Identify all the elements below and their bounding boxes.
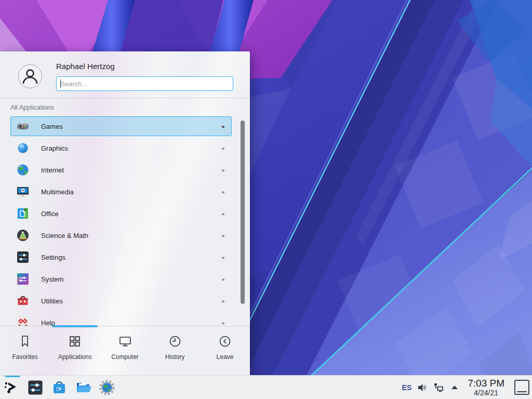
menu-category-row-help[interactable]: Help — [10, 313, 232, 326]
menu-category-row-office[interactable]: Office — [10, 204, 232, 223]
multimedia-icon — [16, 185, 30, 198]
menu-category-row-utilities[interactable]: Utilities — [10, 291, 232, 311]
active-tab-indicator — [52, 325, 98, 327]
expand-tray-icon[interactable] — [449, 382, 460, 393]
keyboard-layout-indicator[interactable]: ES — [402, 383, 412, 392]
system-icon — [16, 272, 30, 286]
web-browser-icon[interactable] — [99, 379, 115, 396]
submenu-arrow-icon — [222, 298, 225, 304]
applications-icon — [68, 334, 82, 349]
search-input[interactable] — [56, 76, 233, 91]
application-launcher-menu: Raphael Hertzog All Applications Games G… — [0, 51, 250, 375]
submenu-arrow-icon — [222, 232, 225, 239]
office-icon — [16, 207, 30, 220]
tab-computer[interactable]: Computer — [100, 326, 150, 376]
file-manager-icon[interactable] — [75, 379, 91, 396]
launcher-header: Raphael Hertzog — [0, 51, 250, 98]
volume-icon[interactable] — [417, 382, 428, 393]
tab-applications[interactable]: Applications — [50, 326, 100, 376]
submenu-arrow-icon — [222, 320, 225, 326]
tab-favorites[interactable]: Favorites — [0, 326, 50, 376]
tab-history[interactable]: History — [150, 326, 200, 376]
help-icon — [16, 316, 30, 326]
section-label: All Applications — [10, 104, 54, 111]
submenu-arrow-icon — [222, 210, 225, 217]
favorites-icon — [18, 334, 32, 349]
kali-menu-icon[interactable] — [3, 379, 20, 396]
submenu-arrow-icon — [222, 189, 225, 195]
utilities-icon — [16, 294, 30, 308]
menu-scrollbar[interactable] — [241, 121, 245, 304]
submenu-arrow-icon — [222, 123, 225, 130]
internet-icon — [16, 163, 30, 177]
science-icon — [16, 229, 30, 242]
clock-date: 4/24/21 — [474, 389, 498, 396]
settings-icon — [16, 250, 30, 264]
text-cursor — [60, 79, 61, 88]
history-icon — [168, 334, 182, 349]
system-tray: ES 7:03 PM 4/24/21 — [402, 378, 532, 396]
computer-icon — [118, 334, 132, 349]
taskbar-panel: ES 7:03 PM 4/24/21 — [0, 375, 532, 399]
desktop: Raphael Hertzog All Applications Games G… — [0, 0, 532, 399]
show-desktop-button[interactable] — [514, 380, 529, 395]
category-list: Games Graphics Internet Multimedia O — [10, 116, 232, 326]
tab-leave[interactable]: Leave — [200, 326, 250, 376]
search-field-wrap — [56, 76, 233, 91]
launcher-tabbar: Favorites Applications Computer History … — [0, 326, 250, 376]
menu-category-row-multimedia[interactable]: Multimedia — [10, 182, 232, 202]
menu-category-row-settings[interactable]: Settings — [10, 247, 232, 267]
menu-category-row-graphics[interactable]: Graphics — [10, 138, 232, 158]
discover-icon[interactable] — [51, 379, 68, 396]
submenu-arrow-icon — [222, 167, 225, 174]
system-settings-icon[interactable] — [27, 379, 44, 396]
clock-time: 7:03 PM — [468, 378, 504, 388]
menu-category-row-internet[interactable]: Internet — [10, 160, 232, 180]
tabs: Favorites Applications Computer History … — [0, 326, 250, 376]
menu-category-row-system[interactable]: System — [10, 269, 232, 289]
tray-icons — [417, 382, 460, 393]
submenu-arrow-icon — [222, 254, 225, 261]
network-icon[interactable] — [433, 382, 444, 393]
digital-clock[interactable]: 7:03 PM 4/24/21 — [468, 378, 504, 396]
menu-category-row-science-math[interactable]: Science & Math — [10, 225, 232, 245]
menu-category-row-games[interactable]: Games — [10, 116, 232, 136]
graphics-icon — [16, 141, 30, 155]
user-name: Raphael Hertzog — [56, 62, 115, 71]
submenu-arrow-icon — [222, 276, 225, 283]
leave-icon — [218, 334, 232, 349]
task-launchers — [0, 379, 115, 396]
user-avatar[interactable] — [18, 64, 43, 89]
active-task-indicator — [5, 376, 20, 377]
games-icon — [16, 119, 30, 133]
submenu-arrow-icon — [222, 145, 225, 152]
